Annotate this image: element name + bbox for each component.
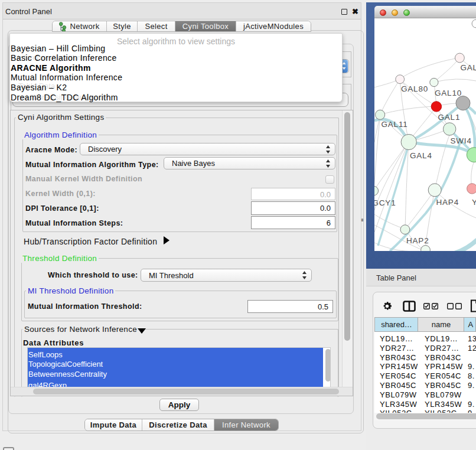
svg-text:GAL4: GAL4 <box>410 151 432 160</box>
svg-text:GCY1: GCY1 <box>374 198 396 207</box>
svg-text:HAP4: HAP4 <box>436 198 459 207</box>
svg-text:GAL1: GAL1 <box>438 113 461 122</box>
svg-text:GAL11: GAL11 <box>382 120 408 129</box>
svg-text:YE: YE <box>472 198 476 207</box>
svg-text:SWI4: SWI4 <box>451 136 472 145</box>
svg-text:HAP2: HAP2 <box>406 236 429 245</box>
svg-text:GAL80: GAL80 <box>401 84 428 93</box>
svg-text:GAL10: GAL10 <box>435 89 462 97</box>
svg-text:GAL7: GAL7 <box>461 63 476 72</box>
